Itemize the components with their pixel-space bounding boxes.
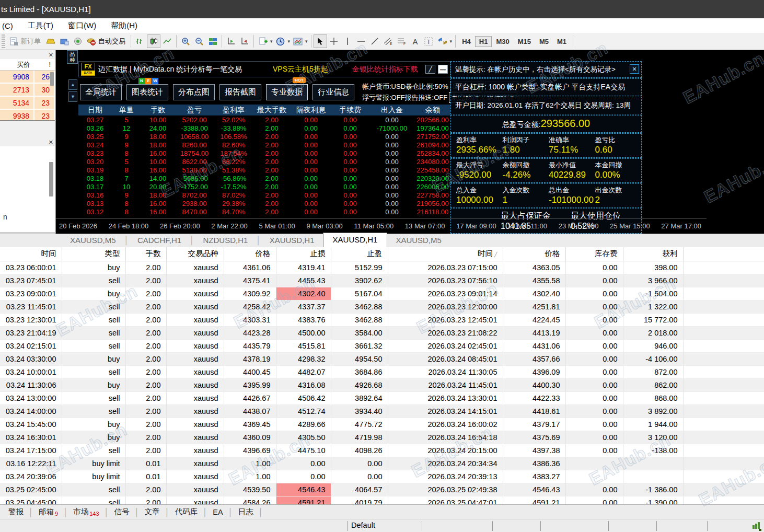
market-watch-row[interactable]: 2713 30 [0,84,55,97]
timeframe-m5[interactable]: M5 [535,36,553,47]
chart-tab[interactable]: CADCHF,H1 [129,234,190,247]
menu-help[interactable]: 帮助(H) [103,19,145,32]
daily-stats-row[interactable]: 03.16 9 18.00 8702.00 87.02% 2.00 0.00 0… [78,191,450,199]
arrows-tool-icon[interactable] [436,34,449,48]
industry-info-button[interactable]: 行业信息 [312,84,354,100]
daily-stats-row[interactable]: 03.13 8 16.00 2938.00 29.38% 2.00 0.00 0… [78,199,450,207]
market-watch-row[interactable]: 5134 23 [0,97,55,110]
bid-column-header[interactable]: 买价 [0,59,34,70]
zoom-in-icon[interactable] [179,34,192,48]
menu-charts[interactable]: (C) [0,20,20,32]
arrows-dropdown-caret[interactable]: ▾ [450,39,453,44]
zoom-out-icon[interactable] [192,34,206,48]
profile-selector[interactable]: Default [351,521,375,529]
market-watch-row[interactable]: 9908 26 [0,71,55,84]
new-order-button[interactable]: 新订单 [20,37,41,46]
strategy-tester-icon[interactable] [85,34,98,48]
chart-stats-button[interactable]: 图表统计 NEW [126,84,168,100]
col-profit[interactable]: 获利 [623,247,683,261]
gold-symbols-icon[interactable] [44,34,57,48]
daily-stats-row[interactable]: 03.19 8 16.00 5138.00 51.38% 2.00 0.00 0… [78,166,450,174]
scatter-plot-button[interactable]: 分布点图 [173,84,215,100]
chart-tab[interactable]: NZDUSD,H1 [194,234,256,247]
timeframe-h1[interactable]: H1 [475,36,492,47]
channel-tool-icon[interactable]: E [381,34,395,48]
col-type[interactable]: 类型 [62,247,125,261]
col-symbol[interactable]: 交易品种 [166,247,224,261]
history-row[interactable]: 03.24 11:30:06 buy 2.00 xauusd 4395.99 4… [0,378,764,391]
templates-icon[interactable] [256,34,270,48]
history-row[interactable]: 03.24 10:00:01 sell 2.00 xauusd 4400.45 … [0,365,764,378]
tab-market[interactable]: 市场143 [68,505,104,519]
history-row[interactable]: 03.16 12:22:11 buy limit 0.01 xauusd 1.0… [0,457,764,470]
market-watch-close-icon[interactable]: ✕ [49,51,53,59]
col-close-price[interactable]: 价格 [503,247,565,261]
col-close-time[interactable]: 时间╱ [388,247,503,261]
periods-dropdown-caret[interactable]: ▾ [288,39,291,44]
fibonacci-tool-icon[interactable]: F [395,34,409,48]
menu-tools[interactable]: 工具(T) [20,19,61,32]
notice-close-button[interactable]: ✕ [630,64,639,74]
vps-promo-link[interactable]: VPS云主机5折起 [273,65,328,74]
report-screenshot-button[interactable]: 报告截图 [219,84,261,100]
daily-stats-row[interactable]: 03.20 5 10.00 8622.00 86.22% 2.00 0.00 0… [78,157,450,166]
market-watch-row[interactable]: 9938 23 [0,110,55,121]
col-sl[interactable]: 止损 [276,247,331,261]
navigator-scrollbar[interactable] [49,162,53,196]
cursor-tool-icon[interactable] [314,34,327,48]
gold-ratio-promo-link[interactable]: 金银比统计指标下载 [352,65,418,74]
vertical-line-tool-icon[interactable] [341,34,354,48]
daily-stats-row[interactable]: 03.17 10 20.00 -1752.00 -17.52% 2.00 0.0… [78,182,450,191]
panel-scroll-up-button[interactable]: ▲ [68,79,77,90]
daily-stats-row[interactable]: 03.18 7 14.00 -5686.00 -56.86% 2.00 0.00… [78,174,450,182]
market-watch-icon[interactable] [71,34,85,48]
toolbar-drag-handle[interactable] [2,34,5,48]
time-axis[interactable]: 20 Feb 202624 Feb 18:0026 Feb 20:002 Mar… [56,218,707,233]
periods-clock-icon[interactable] [274,34,287,48]
market-watch-scrollbar[interactable] [50,72,54,86]
daily-stats-row[interactable]: 03.24 9 18.00 8260.00 82.60% 2.00 0.00 0… [78,141,450,149]
chart-tab[interactable]: XAUUSD,M5 [387,234,450,247]
new-order-icon[interactable] [7,34,20,48]
history-row[interactable]: 03.25 02:45:00 sell 2.00 xauusd 4539.50 … [0,483,764,496]
history-row[interactable]: 03.23 11:45:01 sell 2.00 xauusd 4258.42 … [0,300,764,313]
horizontal-line-tool-icon[interactable] [354,34,368,48]
navigator-close-icon[interactable]: ✕ [49,138,53,146]
history-row[interactable]: 03.24 20:39:06 buy limit 0.01 xauusd 1.0… [0,470,764,483]
history-row[interactable]: 03.23 21:04:19 sell 2.00 xauusd 4423.28 … [0,326,764,339]
menu-window[interactable]: 窗口(W) [61,19,103,32]
col-tp[interactable]: 止盈 [331,247,388,261]
bar-chart-mode-icon[interactable] [133,34,147,48]
timeframe-m1[interactable]: M1 [553,36,571,47]
chart-tab[interactable]: XAUUSD,H1 [261,234,323,247]
tab-journal[interactable]: 日志 [233,505,259,519]
depth-of-market-icon[interactable] [57,34,71,48]
panel-scroll-down-button[interactable]: ▼ [68,91,77,102]
col-open-time[interactable]: 时间 [0,247,62,261]
history-row[interactable]: 03.25 04:45:00 sell 2.00 xauusd 4584.26 … [0,496,764,504]
indicators-dropdown-caret[interactable]: ▾ [305,39,308,44]
panel-resize-button[interactable]: ╱ [425,65,435,74]
trendline-tool-icon[interactable] [368,34,381,48]
daily-stats-row[interactable]: 03.27 5 10.00 5202.00 52.02% 2.00 0.00 0… [78,115,450,124]
timeframe-m15[interactable]: M15 [514,36,535,47]
tab-signals[interactable]: 信号 [109,505,135,519]
col-lots[interactable]: 手数 [125,247,166,261]
history-row[interactable]: 03.23 12:30:01 sell 2.00 xauusd 4303.31 … [0,313,764,326]
timeframe-m30[interactable]: M30 [492,36,513,47]
daily-stats-row[interactable]: 03.25 9 18.00 10658.00 106.58% 2.00 0.00… [78,132,450,141]
daily-stats-row[interactable]: 03.23 8 16.00 18754.00 187.54% 2.00 0.00… [78,149,450,157]
col-swap[interactable]: 库存费 [565,247,623,261]
spread-column-header[interactable]: ! [34,59,55,70]
col-price[interactable]: 价格 [224,247,276,261]
history-row[interactable]: 03.23 06:00:01 buy 2.00 xauusd 4361.06 4… [0,261,764,274]
chart-area[interactable]: ✕ 买价 ! 9908 26 2713 30 [0,50,764,234]
pro-data-button[interactable]: 专业数据 HOT [266,84,308,100]
chart-shift-icon[interactable] [238,34,251,48]
history-row[interactable]: 03.24 14:00:00 sell 2.00 xauusd 4438.07 … [0,404,764,418]
history-row[interactable]: 03.24 17:15:00 sell 2.00 xauusd 4396.69 … [0,444,764,457]
tab-articles[interactable]: 文章 [140,505,165,519]
text-label-tool-icon[interactable]: T [422,34,436,48]
line-chart-mode-icon[interactable] [160,34,174,48]
tab-ea[interactable]: EA [207,506,228,518]
